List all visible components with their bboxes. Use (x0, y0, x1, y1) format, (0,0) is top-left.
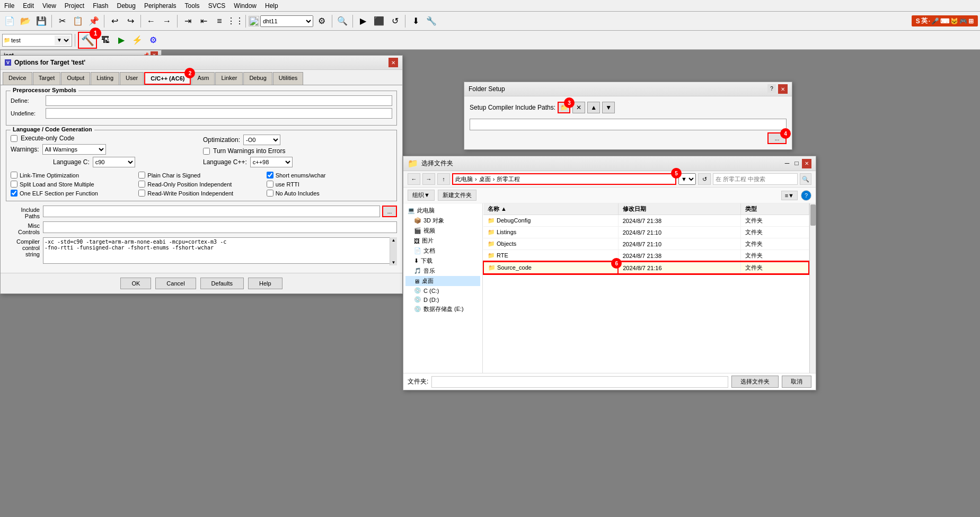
tab-output[interactable]: Output (61, 72, 90, 85)
nav-back-btn[interactable]: ← (408, 173, 420, 185)
optimization-select[interactable]: -O0 (243, 135, 280, 145)
tab-asm[interactable]: Asm (191, 72, 215, 85)
run-btn[interactable]: ▶ (356, 14, 370, 29)
redo-btn[interactable]: ↪ (123, 14, 138, 29)
sidebar-item-desktop[interactable]: 🖥 桌面 (405, 276, 480, 286)
tab-linker[interactable]: Linker (215, 72, 243, 85)
forward-btn[interactable]: → (160, 14, 174, 29)
include-paths-input[interactable] (43, 206, 380, 217)
explorer-scrollbar[interactable] (809, 203, 816, 373)
table-row[interactable]: 📁 RTE 2024/8/7 21:38 文件夹 (483, 250, 809, 262)
include-browse-btn[interactable]: ... (382, 206, 397, 217)
tab-listing[interactable]: Listing (91, 72, 119, 85)
cut-btn[interactable]: ✂ (55, 14, 69, 29)
ok-btn[interactable]: OK (120, 278, 151, 289)
target-select[interactable]: dht11 (260, 15, 313, 27)
explorer-cancel-btn[interactable]: 取消 (782, 376, 811, 388)
sidebar-item-computer[interactable]: 💻 此电脑 (405, 206, 480, 216)
folder-name-input[interactable] (431, 376, 728, 388)
explorer-close-btn[interactable]: ✕ (802, 159, 811, 168)
nav-path-bar[interactable]: 此电脑 › 桌面 › 所零工程 (452, 173, 676, 185)
execute-only-check[interactable] (11, 135, 17, 142)
search-icon-btn[interactable]: 🔍 (335, 14, 350, 29)
project-dropdown[interactable]: ▼ (55, 35, 70, 45)
new-btn[interactable]: 📄 (2, 14, 17, 29)
options-close-btn[interactable]: ✕ (389, 58, 398, 67)
table-row[interactable]: 📁 Objects 2024/8/7 21:10 文件夹 (483, 238, 809, 250)
table-row[interactable]: 📁 Listings 2024/8/7 21:10 文件夹 (483, 227, 809, 238)
sidebar-item-e[interactable]: 💿 数据存储盘 (E:) (405, 304, 480, 314)
settings-btn[interactable]: 🔧 (424, 14, 439, 29)
col-name[interactable]: 名称 ▲ (483, 203, 618, 215)
tab-user[interactable]: User (120, 72, 144, 85)
open-btn[interactable]: 📂 (18, 14, 33, 29)
explorer-minimize-btn[interactable]: ─ (783, 159, 791, 167)
sidebar-item-music[interactable]: 🎵 音乐 (405, 266, 480, 276)
menu-peripherals[interactable]: Peripherals (140, 1, 181, 11)
outdent-btn[interactable]: ⇤ (196, 14, 211, 29)
search-btn[interactable]: 🔍 (800, 173, 811, 185)
split-load-check[interactable] (11, 181, 17, 188)
folder-close-btn[interactable]: ✕ (778, 84, 788, 94)
plain-char-check[interactable] (138, 172, 145, 179)
col-type[interactable]: 类型 (740, 203, 809, 215)
sidebar-item-pictures[interactable]: 🖼 图片 (405, 236, 480, 246)
align2-btn[interactable]: ⋮⋮ (228, 14, 243, 29)
back-btn[interactable]: ← (144, 14, 158, 29)
download-btn[interactable]: ⬇ (408, 14, 423, 29)
search-input[interactable] (713, 173, 798, 185)
tab-debug[interactable]: Debug (243, 72, 272, 85)
view-toggle-btn[interactable]: ≡▼ (781, 191, 798, 200)
select-folder-btn[interactable]: 选择文件夹 (731, 376, 779, 388)
compiler-string-input[interactable]: -xc -std=c90 -target=arm-arm-none-eabi -… (43, 237, 397, 264)
table-row[interactable]: 📁 DebugConfig 2024/8/7 21:38 文件夹 (483, 215, 809, 227)
tab-cc[interactable]: C/C++ (AC6) 2 (144, 72, 191, 85)
sidebar-item-video[interactable]: 🎬 视频 (405, 226, 480, 236)
scrollbar-thumb[interactable] (810, 204, 816, 226)
tab-device[interactable]: Device (3, 72, 32, 85)
debug-btn[interactable]: ▶ (114, 33, 129, 48)
folder-down-btn[interactable]: ▼ (602, 102, 615, 113)
menu-file[interactable]: File (0, 1, 19, 11)
sidebar-item-c[interactable]: 💿 C (C:) (405, 286, 480, 295)
help-btn[interactable]: Help (248, 278, 282, 289)
tab-utilities[interactable]: Utilities (273, 72, 303, 85)
reset-btn[interactable]: ↺ (387, 14, 402, 29)
undo-btn[interactable]: ↩ (107, 14, 122, 29)
menu-edit[interactable]: Edit (19, 1, 38, 11)
project-field[interactable]: test (11, 35, 54, 45)
col-date[interactable]: 修改日期 (618, 203, 740, 215)
align1-btn[interactable]: ≡ (212, 14, 227, 29)
defaults-btn[interactable]: Defaults (200, 278, 244, 289)
nav-up-btn[interactable]: ↑ (437, 173, 450, 185)
config-btn[interactable]: ⚙ (146, 33, 161, 48)
define-input[interactable] (46, 95, 392, 106)
target-settings-btn[interactable]: ⚙ (314, 14, 329, 29)
lang-cpp-select[interactable]: c++98 (250, 157, 293, 167)
use-rtti-check[interactable] (267, 181, 273, 188)
menu-tools[interactable]: Tools (181, 1, 204, 11)
menu-svcs[interactable]: SVCS (204, 1, 230, 11)
no-auto-check[interactable] (267, 190, 273, 197)
copy-btn[interactable]: 📋 (70, 14, 85, 29)
help-circle-btn[interactable]: ? (801, 190, 811, 201)
misc-controls-input[interactable] (43, 221, 397, 233)
folder-help-btn[interactable]: ? (767, 84, 776, 93)
indent-btn[interactable]: ⇥ (180, 14, 195, 29)
folder-up-btn[interactable]: ▲ (587, 102, 600, 113)
menu-window[interactable]: Window (229, 1, 261, 11)
organize-btn[interactable]: 组织▼ (408, 190, 435, 201)
readwrite-check[interactable] (138, 190, 145, 197)
nav-forward-btn[interactable]: → (422, 173, 435, 185)
menu-help[interactable]: Help (261, 1, 282, 11)
undefine-input[interactable] (46, 108, 392, 119)
menu-flash[interactable]: Flash (89, 1, 112, 11)
tab-target[interactable]: Target (33, 72, 61, 85)
lang-c-select[interactable]: c90 (93, 157, 135, 167)
one-elf-check[interactable] (11, 190, 17, 197)
link-time-check[interactable] (11, 172, 17, 179)
readonly-check[interactable] (138, 181, 145, 188)
explorer-maximize-btn[interactable]: □ (792, 159, 801, 167)
folder-path-input[interactable] (470, 119, 787, 130)
turn-warnings-check[interactable] (203, 148, 210, 155)
